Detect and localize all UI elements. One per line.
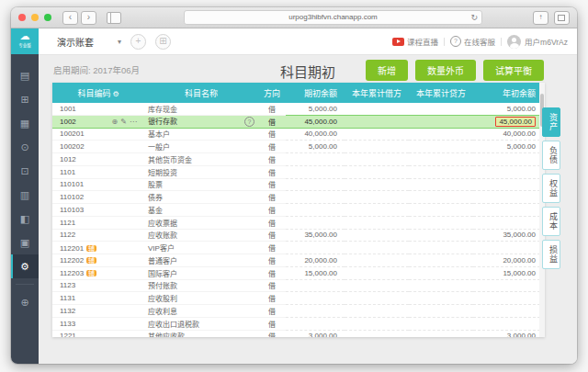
- category-tab-equity[interactable]: 权益: [542, 174, 560, 203]
- table-row[interactable]: 110103 基金 借: [52, 204, 545, 217]
- opening-balance-cell[interactable]: [286, 292, 345, 305]
- share-icon[interactable]: ↑: [533, 11, 548, 25]
- sidebar-item-salary[interactable]: ▥: [11, 183, 39, 207]
- initial-balance-cell[interactable]: [473, 305, 545, 318]
- add-subaccount-icon[interactable]: ⊕: [112, 118, 121, 126]
- opening-balance-cell[interactable]: [286, 305, 345, 318]
- table-row[interactable]: 112202辅 普通客户 借 20,000.00 20,000.00: [52, 254, 545, 267]
- table-row[interactable]: 100202 一般户 借 5,000.00 5,000.00: [52, 141, 545, 153]
- opening-balance-cell[interactable]: [286, 242, 345, 254]
- table-row[interactable]: 112203辅 国际客户 借 15,000.00 15,000.00: [52, 266, 545, 279]
- initial-balance-cell[interactable]: 45,000.00: [473, 115, 545, 128]
- opening-balance-cell[interactable]: 15,000.00: [286, 266, 345, 279]
- initial-balance-cell[interactable]: [473, 153, 545, 166]
- category-tab-profit-loss[interactable]: 损益: [542, 240, 560, 269]
- initial-balance-cell[interactable]: 3,000.00: [473, 330, 545, 337]
- initial-balance-cell[interactable]: [473, 191, 545, 204]
- zoom-window-button[interactable]: [44, 14, 51, 21]
- add-button[interactable]: 新增: [366, 60, 408, 81]
- app-shell: ☁ 专业版 ▤⊞▦⊙⊡▥◧▣⚙⊕ 演示账套 ▾ + ⊞ 课程直播: [11, 28, 577, 364]
- opening-balance-cell[interactable]: [286, 165, 345, 178]
- sidebar-item-more-apps[interactable]: ⊕: [11, 290, 39, 314]
- initial-balance-cell[interactable]: [473, 165, 545, 178]
- sidebar-item-inventory[interactable]: ▣: [11, 231, 39, 254]
- category-tab-cost[interactable]: 成本: [542, 207, 560, 236]
- refresh-icon[interactable]: ↻: [470, 11, 478, 24]
- table-row[interactable]: 1221 其他应收款 借 3,000.00 3,000.00: [52, 330, 545, 337]
- sidebar-item-invoice[interactable]: ▤: [11, 63, 39, 87]
- column-settings-gear-icon[interactable]: ⚙: [112, 90, 119, 98]
- category-tab-assets[interactable]: 资产: [542, 107, 560, 137]
- initial-balance-cell[interactable]: 15,000.00: [473, 266, 545, 279]
- sidebar-item-settings[interactable]: ⚙: [11, 254, 39, 278]
- opening-balance-cell[interactable]: 3,000.00: [286, 330, 345, 337]
- table-row[interactable]: 1133 应收出口退税款 借: [52, 317, 545, 330]
- table-row[interactable]: 1122 应收账款 借 35,000.00 35,000.00: [52, 229, 545, 242]
- help-circle-icon[interactable]: ?: [244, 117, 254, 127]
- sidebar-item-fixed-assets[interactable]: ◧: [11, 207, 39, 231]
- table-row[interactable]: 1131 应收股利 借: [52, 292, 545, 305]
- initial-balance-cell[interactable]: [473, 216, 545, 229]
- user-menu[interactable]: 用户m6VrAz: [507, 35, 568, 49]
- opening-balance-cell[interactable]: [286, 178, 345, 191]
- chevron-down-icon[interactable]: ▾: [118, 38, 121, 46]
- table-row[interactable]: 1101 短期投资 借: [52, 165, 545, 178]
- table-row[interactable]: 110102 债券 借: [52, 191, 545, 204]
- table-row[interactable]: 112201辅 VIP客户 借: [52, 242, 545, 254]
- opening-balance-cell[interactable]: 40,000.00: [286, 128, 345, 141]
- edit-icon[interactable]: ✎: [120, 118, 130, 126]
- forward-button[interactable]: ›: [81, 11, 96, 25]
- table-row[interactable]: 1123 预付账款 借: [52, 279, 545, 292]
- opening-balance-cell[interactable]: [286, 204, 345, 217]
- table-row[interactable]: 1001 库存现金 借 5,000.00 5,000.00: [52, 103, 545, 115]
- initial-balance-cell[interactable]: [473, 292, 545, 305]
- sidebar-item-funds[interactable]: ⊙: [11, 135, 39, 159]
- opening-balance-cell[interactable]: 20,000.00: [286, 254, 345, 267]
- opening-balance-cell[interactable]: [286, 191, 345, 204]
- initial-balance-cell[interactable]: 5,000.00: [473, 103, 545, 115]
- category-tab-liabilities[interactable]: 负债: [542, 141, 560, 170]
- initial-balance-cell[interactable]: [473, 178, 545, 191]
- table-row[interactable]: 110101 股票 借: [52, 178, 545, 191]
- table-row[interactable]: 1121 应收票据 借: [52, 216, 545, 229]
- quantity-currency-button[interactable]: 数量外币: [415, 60, 476, 81]
- minimize-window-button[interactable]: [31, 14, 39, 21]
- close-window-button[interactable]: [18, 14, 26, 21]
- initial-balance-cell[interactable]: 35,000.00: [473, 229, 545, 242]
- app-logo[interactable]: ☁ 专业版: [11, 28, 39, 54]
- opening-balance-cell[interactable]: 5,000.00: [286, 103, 345, 115]
- initial-balance-cell[interactable]: [473, 242, 545, 254]
- opening-balance-cell[interactable]: [286, 279, 345, 292]
- opening-balance-cell[interactable]: [286, 216, 345, 229]
- online-service-link[interactable]: ? 在线客服: [450, 36, 495, 47]
- opening-balance-cell[interactable]: 5,000.00: [286, 141, 345, 153]
- add-account-set-button[interactable]: +: [130, 34, 146, 50]
- opening-balance-cell[interactable]: 35,000.00: [286, 229, 345, 242]
- opening-balance-cell[interactable]: 45,000.00: [286, 115, 345, 128]
- initial-balance-cell[interactable]: [473, 204, 545, 217]
- table-row[interactable]: 1132 应收利息 借: [52, 305, 545, 318]
- table-row[interactable]: 1012 其他货币资金 借: [52, 153, 545, 166]
- sidebar-item-voucher[interactable]: ⊞: [11, 87, 39, 111]
- opening-balance-cell[interactable]: [286, 317, 345, 330]
- trial-balance-button[interactable]: 试算平衡: [483, 60, 544, 81]
- url-bar[interactable]: urpog3hibfvn.chanapp.com ↻: [184, 10, 482, 25]
- initial-balance-cell[interactable]: [473, 279, 545, 292]
- apps-grid-button[interactable]: ⊞: [155, 34, 171, 50]
- ytd-credit-cell: [409, 266, 473, 279]
- sidebar-toggle-icon[interactable]: [107, 12, 121, 24]
- initial-balance-cell[interactable]: [473, 317, 545, 330]
- account-set-selector[interactable]: 演示账套: [57, 35, 94, 49]
- live-course-link[interactable]: 课程直播: [392, 36, 438, 47]
- back-button[interactable]: ‹: [62, 11, 78, 25]
- table-row[interactable]: 1002 ⊕✎⋯ 银行存款 ? 借 45,000.00 45,000.00: [52, 115, 545, 128]
- opening-balance-cell[interactable]: [286, 153, 345, 166]
- sidebar-item-checkout[interactable]: ⊡: [11, 159, 39, 183]
- more-icon[interactable]: ⋯: [130, 118, 140, 126]
- initial-balance-cell[interactable]: 40,000.00: [473, 128, 545, 141]
- initial-balance-cell[interactable]: 20,000.00: [473, 254, 545, 267]
- initial-balance-cell[interactable]: 5,000.00: [473, 141, 545, 153]
- tabs-overview-icon[interactable]: [554, 11, 570, 25]
- table-row[interactable]: 100201 基本户 借 40,000.00 40,000.00: [52, 128, 545, 141]
- sidebar-item-report-chart[interactable]: ▦: [11, 111, 39, 135]
